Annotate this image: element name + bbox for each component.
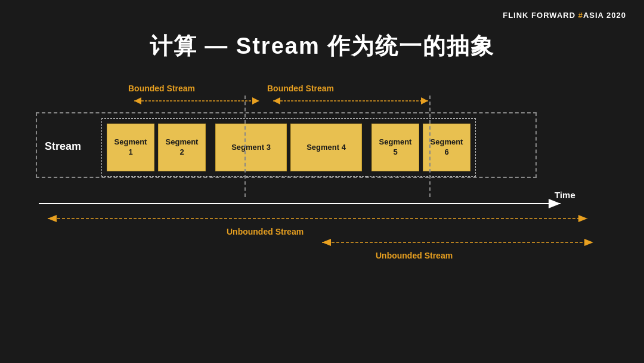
segment-3: Segment 3 [215,124,287,171]
stream-label: Stream [45,140,81,153]
segment-group-1: Segment1 Segment2 [101,118,210,177]
segment-4: Segment 4 [290,124,362,171]
segments-container: Segment1 Segment2 Segment 3 Segment 4 Se… [101,118,476,177]
unbounded-arrow-2 [316,236,602,249]
bounded-stream-label-1: Bounded Stream [128,84,195,93]
time-axis [36,197,572,210]
segment-1: Segment1 [107,124,154,171]
bounded-arrow-2 [267,96,434,106]
unbounded-stream-label-2: Unbounded Stream [376,251,453,260]
unbounded-arrow-1 [42,212,596,225]
diagram-container: Bounded Stream Bounded Stream Stream Seg… [36,84,608,275]
page-title: 计算 — Stream 作为统一的抽象 [0,31,644,61]
brand-suffix: ASIA 2020 [583,11,626,20]
segment-5: Segment5 [371,124,419,171]
brand-text: FLINK FORWARD [503,11,578,20]
brand-logo: FLINK FORWARD #ASIA 2020 [503,11,626,20]
segment-2: Segment2 [158,124,206,171]
vertical-divider-2 [429,96,431,197]
unbounded-stream-label-1: Unbounded Stream [227,227,304,236]
brand-hash: # [578,11,583,20]
bounded-stream-label-2: Bounded Stream [267,84,334,93]
segment-group-3: Segment5 Segment6 [367,118,476,177]
segment-group-2: Segment 3 Segment 4 [210,118,367,177]
time-label: Time [555,190,575,200]
vertical-divider-1 [244,96,246,197]
